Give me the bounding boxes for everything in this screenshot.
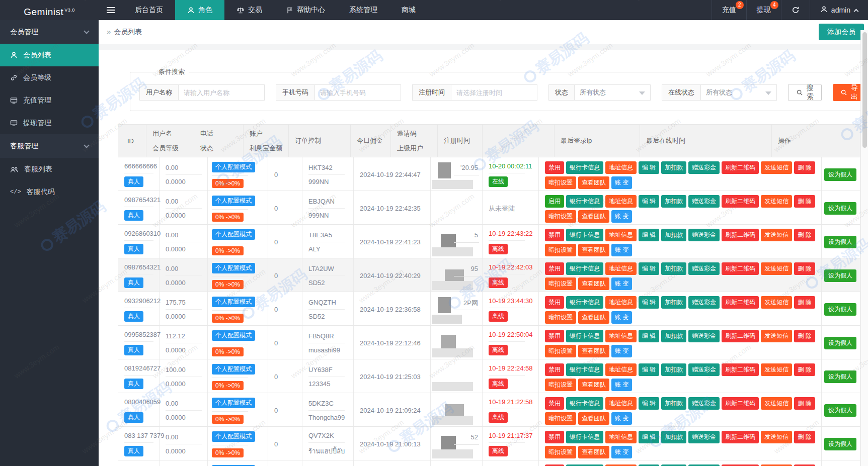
action-发送短信-button[interactable]: 发送短信 bbox=[761, 161, 792, 174]
toggle-enable-button[interactable]: 禁用 bbox=[545, 363, 564, 376]
action-查看团队-button[interactable]: 查看团队 bbox=[578, 244, 609, 256]
action-查看团队-button[interactable]: 查看团队 bbox=[578, 210, 609, 223]
action-删除-button[interactable]: 删 除 bbox=[794, 229, 815, 241]
action-删除-button[interactable]: 删 除 bbox=[794, 431, 815, 443]
action-暗扣设置-button[interactable]: 暗扣设置 bbox=[545, 345, 576, 357]
action-赠送彩金-button[interactable]: 赠送彩金 bbox=[688, 262, 720, 275]
sidebar-group-会员管理[interactable]: 会员管理 bbox=[0, 20, 99, 44]
action-查看团队-button[interactable]: 查看团队 bbox=[578, 311, 609, 324]
action-删除-button[interactable]: 删 除 bbox=[794, 363, 815, 376]
action-发送短信-button[interactable]: 发送短信 bbox=[761, 229, 792, 241]
action-发送短信-button[interactable]: 发送短信 bbox=[761, 397, 792, 410]
set-fake-button[interactable]: 设为假人 bbox=[824, 202, 856, 215]
action-编辑-button[interactable]: 编 辑 bbox=[639, 431, 659, 443]
action-刷新二维码-button[interactable]: 刷新二维码 bbox=[722, 161, 759, 174]
action-删除-button[interactable]: 删 除 bbox=[794, 161, 815, 174]
action-地址信息-button[interactable]: 地址信息 bbox=[605, 397, 637, 410]
action-查看团队-button[interactable]: 查看团队 bbox=[578, 277, 609, 290]
action-加扣款-button[interactable]: 加扣款 bbox=[661, 262, 686, 275]
action-编辑-button[interactable]: 编 辑 bbox=[639, 296, 659, 309]
action-赠送彩金-button[interactable]: 赠送彩金 bbox=[688, 195, 720, 208]
sidebar-item-客服代码[interactable]: </>客服代码 bbox=[0, 180, 99, 203]
username-input[interactable] bbox=[178, 84, 265, 101]
action-删除-button[interactable]: 删 除 bbox=[794, 296, 815, 309]
toggle-enable-button[interactable]: 禁用 bbox=[545, 296, 564, 309]
online-status-select[interactable]: 所有状态 bbox=[700, 84, 777, 101]
regtime-input[interactable] bbox=[451, 84, 537, 101]
set-fake-button[interactable]: 设为假人 bbox=[824, 269, 856, 282]
action-删除-button[interactable]: 删 除 bbox=[794, 397, 815, 410]
action-银行卡信息-button[interactable]: 银行卡信息 bbox=[566, 296, 603, 309]
action-地址信息-button[interactable]: 地址信息 bbox=[605, 330, 637, 342]
action-刷新二维码-button[interactable]: 刷新二维码 bbox=[722, 431, 759, 443]
action-加扣款-button[interactable]: 加扣款 bbox=[661, 195, 686, 208]
action-地址信息-button[interactable]: 地址信息 bbox=[605, 296, 637, 309]
action-加扣款-button[interactable]: 加扣款 bbox=[661, 161, 686, 174]
action-查看团队-button[interactable]: 查看团队 bbox=[578, 446, 609, 458]
action-发送短信-button[interactable]: 发送短信 bbox=[761, 262, 792, 275]
action-加扣款-button[interactable]: 加扣款 bbox=[661, 330, 686, 342]
action-发送短信-button[interactable]: 发送短信 bbox=[761, 431, 792, 443]
action-加扣款-button[interactable]: 加扣款 bbox=[661, 229, 686, 241]
action-银行卡信息-button[interactable]: 银行卡信息 bbox=[566, 262, 603, 275]
scrollbar-thumb[interactable] bbox=[862, 32, 867, 148]
action-账变-button[interactable]: 账 变 bbox=[611, 345, 632, 357]
toggle-enable-button[interactable]: 禁用 bbox=[545, 330, 564, 342]
action-暗扣设置-button[interactable]: 暗扣设置 bbox=[545, 311, 576, 324]
action-编辑-button[interactable]: 编 辑 bbox=[639, 363, 659, 376]
action-账变-button[interactable]: 账 变 bbox=[611, 311, 632, 324]
refresh-button[interactable] bbox=[781, 0, 810, 20]
sidebar-item-会员等级[interactable]: 会员等级 bbox=[0, 66, 99, 89]
action-加扣款-button[interactable]: 加扣款 bbox=[661, 363, 686, 376]
action-账变-button[interactable]: 账 变 bbox=[611, 176, 632, 189]
sidebar-item-提现管理[interactable]: 提现管理 bbox=[0, 112, 99, 134]
export-button[interactable]: 导 出 bbox=[833, 84, 860, 101]
action-暗扣设置-button[interactable]: 暗扣设置 bbox=[545, 277, 576, 290]
action-地址信息-button[interactable]: 地址信息 bbox=[605, 229, 637, 241]
sidebar-item-会员列表[interactable]: 会员列表 bbox=[0, 44, 99, 66]
action-编辑-button[interactable]: 编 辑 bbox=[639, 161, 659, 174]
nav-item-商城[interactable]: 商城 bbox=[389, 0, 428, 20]
nav-item-后台首页[interactable]: 后台首页 bbox=[123, 0, 175, 20]
withdraw-button[interactable]: 提现 4 bbox=[746, 0, 781, 20]
action-账变-button[interactable]: 账 变 bbox=[611, 277, 632, 290]
action-暗扣设置-button[interactable]: 暗扣设置 bbox=[545, 210, 576, 223]
action-刷新二维码-button[interactable]: 刷新二维码 bbox=[722, 330, 759, 342]
action-编辑-button[interactable]: 编 辑 bbox=[639, 397, 659, 410]
toggle-enable-button[interactable]: 禁用 bbox=[545, 262, 564, 275]
action-查看团队-button[interactable]: 查看团队 bbox=[578, 345, 609, 357]
set-fake-button[interactable]: 设为假人 bbox=[824, 168, 856, 181]
action-删除-button[interactable]: 删 除 bbox=[794, 195, 815, 208]
user-menu[interactable]: admin bbox=[810, 0, 868, 20]
action-银行卡信息-button[interactable]: 银行卡信息 bbox=[566, 397, 603, 410]
action-银行卡信息-button[interactable]: 银行卡信息 bbox=[566, 161, 603, 174]
action-发送短信-button[interactable]: 发送短信 bbox=[761, 195, 792, 208]
action-赠送彩金-button[interactable]: 赠送彩金 bbox=[688, 397, 720, 410]
sidebar-group-客服管理[interactable]: 客服管理 bbox=[0, 134, 99, 158]
action-银行卡信息-button[interactable]: 银行卡信息 bbox=[566, 229, 603, 241]
action-账变-button[interactable]: 账 变 bbox=[611, 446, 632, 458]
action-暗扣设置-button[interactable]: 暗扣设置 bbox=[545, 379, 576, 391]
status-select[interactable]: 所有状态 bbox=[574, 84, 651, 101]
action-赠送彩金-button[interactable]: 赠送彩金 bbox=[688, 161, 720, 174]
nav-item-交易[interactable]: 交易 bbox=[224, 0, 274, 20]
action-刷新二维码-button[interactable]: 刷新二维码 bbox=[722, 363, 759, 376]
action-银行卡信息-button[interactable]: 银行卡信息 bbox=[566, 363, 603, 376]
action-赠送彩金-button[interactable]: 赠送彩金 bbox=[688, 330, 720, 342]
action-地址信息-button[interactable]: 地址信息 bbox=[605, 363, 637, 376]
set-fake-button[interactable]: 设为假人 bbox=[824, 404, 856, 417]
nav-item-角色[interactable]: 角色 bbox=[175, 0, 224, 20]
toggle-enable-button[interactable]: 启用 bbox=[545, 195, 564, 208]
action-刷新二维码-button[interactable]: 刷新二维码 bbox=[722, 229, 759, 241]
action-账变-button[interactable]: 账 变 bbox=[611, 210, 632, 223]
toggle-enable-button[interactable]: 禁用 bbox=[545, 397, 564, 410]
action-刷新二维码-button[interactable]: 刷新二维码 bbox=[722, 262, 759, 275]
action-查看团队-button[interactable]: 查看团队 bbox=[578, 176, 609, 189]
sidebar-item-客服列表[interactable]: 客服列表 bbox=[0, 158, 99, 180]
action-暗扣设置-button[interactable]: 暗扣设置 bbox=[545, 412, 576, 425]
action-地址信息-button[interactable]: 地址信息 bbox=[605, 161, 637, 174]
recharge-button[interactable]: 充值 2 bbox=[712, 0, 746, 20]
action-加扣款-button[interactable]: 加扣款 bbox=[661, 296, 686, 309]
action-账变-button[interactable]: 账 变 bbox=[611, 244, 632, 256]
sidebar-toggle-button[interactable] bbox=[99, 0, 123, 20]
